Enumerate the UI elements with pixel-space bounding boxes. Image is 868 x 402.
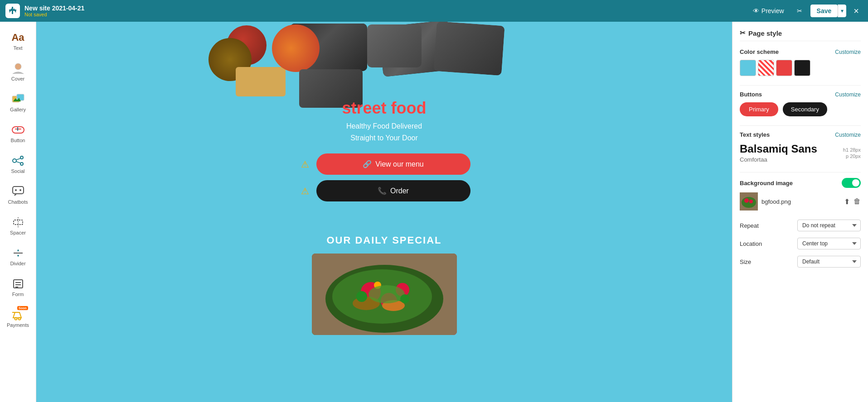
daily-special-image xyxy=(312,254,457,335)
sidebar-item-payments[interactable]: Soon Payments xyxy=(3,303,33,332)
sidebar-item-social[interactable]: Social xyxy=(3,149,33,178)
delete-icon[interactable]: 🗑 xyxy=(853,197,861,206)
color-customize-link[interactable]: Customize xyxy=(835,49,861,55)
color-swatch-red[interactable] xyxy=(776,60,792,76)
sidebar-item-cover[interactable]: Cover xyxy=(3,57,33,86)
topbar-left: New site 2021-04-21 Not saved xyxy=(5,4,84,18)
scissors-icon: ✂ xyxy=(797,7,802,14)
gallery-icon xyxy=(10,92,26,106)
svg-point-16 xyxy=(19,189,21,191)
text-styles-label: Text styles xyxy=(740,131,770,138)
buttons-customize-link[interactable]: Customize xyxy=(835,91,861,98)
text-icon: Aa xyxy=(10,31,26,44)
font-info: Balsamiq Sans Comfortaa xyxy=(740,143,817,163)
form-icon xyxy=(10,277,26,291)
sidebar-form-label: Form xyxy=(12,292,24,297)
hero-content: street food Healthy Food Delivered Strai… xyxy=(36,99,732,201)
spacer-icon xyxy=(10,215,26,229)
bg-image-filename: bgfood.png xyxy=(761,198,791,205)
color-swatch-pattern[interactable] xyxy=(758,60,774,76)
scissors-panel-icon: ✂ xyxy=(740,29,746,37)
bg-image-thumbnail xyxy=(740,192,758,211)
sidebar-payments-label: Payments xyxy=(7,322,29,328)
svg-point-27 xyxy=(18,318,20,320)
divider-2 xyxy=(740,125,861,126)
preview-button[interactable]: 👁 Preview xyxy=(748,5,789,17)
svg-marker-20 xyxy=(17,249,19,251)
sidebar-item-chatbots[interactable]: Chatbots xyxy=(3,180,33,209)
bg-image-section: Background image bgfood.png xyxy=(740,178,861,211)
preview-secondary-button[interactable]: Secondary xyxy=(783,102,827,116)
color-swatch-blue[interactable] xyxy=(740,60,756,76)
font-h1-size: h1 28px xyxy=(843,147,861,153)
buttons-label: Buttons xyxy=(740,91,762,98)
order-btn-warning: ⚠ xyxy=(298,184,312,198)
bg-image-toggle[interactable] xyxy=(842,178,861,188)
hero-buttons: ⚠ 🔗 View our menu ⚠ 📞 Order xyxy=(298,153,470,201)
size-select[interactable]: Default Cover Contain Auto xyxy=(797,256,861,268)
menu-btn-warning: ⚠ xyxy=(298,158,312,171)
sidebar-item-divider[interactable]: Divider xyxy=(3,242,33,271)
link-icon: 🔗 xyxy=(363,160,372,168)
topbar-title: New site 2021-04-21 Not saved xyxy=(24,5,84,17)
location-select[interactable]: Center top Center center Center bottom L… xyxy=(797,238,861,249)
color-scheme-section: Color scheme Customize xyxy=(740,48,861,76)
bg-image-header: Background image xyxy=(740,178,861,188)
svg-point-43 xyxy=(744,198,749,203)
save-dropdown-button[interactable]: ▾ xyxy=(838,5,846,17)
sidebar-item-gallery[interactable]: Gallery xyxy=(3,88,33,117)
svg-rect-17 xyxy=(14,220,23,225)
text-styles-section: Text styles Customize Balsamiq Sans Comf… xyxy=(740,131,861,163)
sidebar-item-button[interactable]: Button xyxy=(3,119,33,148)
svg-point-9 xyxy=(13,159,16,163)
view-menu-button[interactable]: 🔗 View our menu xyxy=(316,153,470,175)
svg-point-40 xyxy=(400,294,409,303)
svg-point-26 xyxy=(15,318,17,320)
close-button[interactable]: × xyxy=(850,4,863,18)
daily-special-section: OUR DAILY SPECIAL xyxy=(36,234,732,335)
buttons-header: Buttons Customize xyxy=(740,91,861,98)
sidebar-cover-label: Cover xyxy=(11,76,24,81)
save-button[interactable]: Save xyxy=(810,5,838,17)
canvas-area: street food Healthy Food Delivered Strai… xyxy=(36,22,732,402)
color-swatch-black[interactable] xyxy=(794,60,810,76)
order-button[interactable]: 📞 Order xyxy=(316,180,470,201)
buttons-section: Buttons Customize Primary Secondary xyxy=(740,91,861,116)
sidebar-social-label: Social xyxy=(11,168,25,174)
svg-rect-14 xyxy=(13,187,24,194)
sidebar-spacer-label: Spacer xyxy=(10,230,26,235)
upload-icon[interactable]: ⬆ xyxy=(844,197,850,206)
svg-point-11 xyxy=(20,163,23,165)
color-scheme-label: Color scheme xyxy=(740,48,779,55)
preview-primary-button[interactable]: Primary xyxy=(740,102,778,116)
text-style-row: Balsamiq Sans Comfortaa h1 28px p 20px xyxy=(740,143,861,163)
svg-point-2 xyxy=(15,63,21,70)
svg-point-44 xyxy=(749,200,753,203)
sidebar-item-spacer[interactable]: Spacer xyxy=(3,211,33,240)
repeat-select[interactable]: Do not repeat Repeat Repeat horizontally… xyxy=(797,220,861,231)
sidebar-item-form[interactable]: Form xyxy=(3,273,33,302)
main-layout: Aa Text Cover Gallery xyxy=(0,22,868,402)
hero-title-part1: street xyxy=(342,99,391,117)
hero-subtitle-line1: Healthy Food Delivered xyxy=(346,120,422,132)
hero-subtitle: Healthy Food Delivered Straight to Your … xyxy=(346,120,422,144)
daily-special-title: OUR DAILY SPECIAL xyxy=(45,234,723,246)
sidebar-item-text[interactable]: Aa Text xyxy=(3,26,33,55)
divider-3 xyxy=(740,172,861,172)
svg-point-15 xyxy=(15,189,17,191)
panel-title-text: Page style xyxy=(748,29,782,37)
save-wrap: Save ▾ xyxy=(810,5,847,17)
menu-btn-row: ⚠ 🔗 View our menu xyxy=(298,153,470,175)
menu-btn-label: View our menu xyxy=(375,160,423,168)
bg-image-row: bgfood.png ⬆ 🗑 xyxy=(740,192,861,211)
scissors-button[interactable]: ✂ xyxy=(792,5,807,17)
font-primary-name: Balsamiq Sans xyxy=(740,143,817,155)
svg-point-38 xyxy=(369,285,405,303)
order-btn-label: Order xyxy=(390,187,409,195)
text-styles-customize-link[interactable]: Customize xyxy=(835,132,861,138)
hero-title-part2: food xyxy=(391,99,427,117)
social-icon xyxy=(10,154,26,168)
left-sidebar: Aa Text Cover Gallery xyxy=(0,22,36,402)
site-status: Not saved xyxy=(24,12,84,17)
location-row: Location Center top Center center Center… xyxy=(740,238,861,249)
